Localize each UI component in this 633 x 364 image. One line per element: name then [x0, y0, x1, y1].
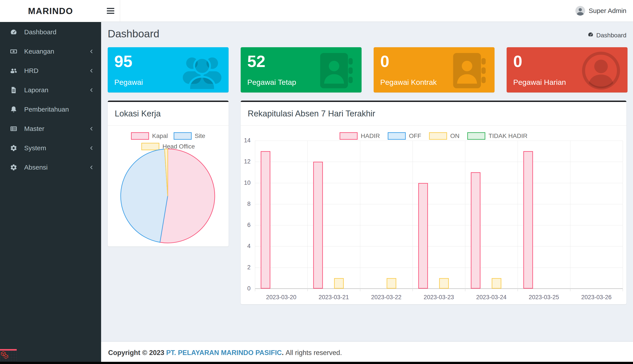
pie-chart [117, 146, 218, 246]
rekapitulasi-absen-card: Rekapitulasi Absen 7 Hari Terakhir HADIR… [241, 100, 626, 304]
hamburger-icon[interactable] [107, 8, 115, 14]
legend-label: TIDAK HADIR [488, 132, 527, 140]
card-title: Lokasi Kerja [108, 102, 229, 126]
svg-text:1: 1 [13, 50, 14, 52]
y-axis-tick-label: 14 [238, 137, 251, 144]
sidebar-item-pemberitahuan[interactable]: Pemberitahuan [0, 100, 101, 119]
bar-on-2023-03-22 [387, 278, 396, 289]
gauge-icon [9, 28, 18, 36]
laravel-debugbar-toggle[interactable] [0, 349, 17, 362]
legend-swatch [388, 132, 406, 140]
stat-card-pegawai: 95Pegawai [108, 47, 229, 92]
chevron-left-icon [88, 145, 95, 151]
sidebar-item-label: Laporan [24, 86, 88, 94]
sidebar-item-absensi[interactable]: Absensi [0, 158, 101, 177]
x-axis-tick [255, 289, 255, 291]
x-axis-category-label: 2023-03-23 [413, 294, 465, 301]
legend-item-off[interactable]: OFF [388, 132, 421, 140]
bar-hadir-2023-03-23 [418, 183, 428, 289]
bar-chart-plot: 024681012142023-03-202023-03-212023-03-2… [255, 140, 623, 289]
stat-value: 0 [380, 52, 389, 71]
gridline-horizontal [255, 204, 623, 204]
money-bill-icon: 1 [9, 48, 18, 55]
stat-label: Pegawai Harian [513, 78, 566, 86]
sidebar-item-dashboard[interactable]: Dashboard [0, 22, 101, 42]
sidebar: MARINDO Dashboard1KeuanganHRDLaporanPemb… [0, 0, 101, 364]
gridline-vertical [255, 140, 255, 289]
bar-hadir-2023-03-24 [471, 172, 480, 289]
y-axis-tick-label: 4 [238, 243, 251, 250]
pie-slice-site [121, 149, 168, 242]
legend-label: Site [195, 132, 205, 140]
stat-card-pegawai-tetap: 52Pegawai Tetap [241, 47, 362, 92]
y-axis-tick-label: 8 [238, 200, 251, 207]
bar-legend: HADIROFFONTIDAK HADIR [241, 132, 626, 140]
y-axis-tick-label: 12 [238, 158, 251, 165]
users-group-icon [182, 50, 222, 92]
chevron-left-icon [88, 68, 95, 74]
gridline-vertical [570, 140, 570, 289]
sidebar-item-system[interactable]: System [0, 138, 101, 158]
user-avatar [575, 6, 585, 16]
user-name: Super Admin [588, 7, 626, 14]
file-icon [9, 86, 18, 94]
gridline-horizontal [255, 183, 623, 183]
footer-dot: . [282, 349, 284, 357]
sidebar-item-label: Dashboard [24, 28, 95, 36]
table-list-icon [9, 125, 18, 132]
pie-slice-kapal [160, 149, 215, 243]
legend-swatch [174, 132, 192, 140]
legend-item-kapal[interactable]: Kapal [131, 132, 168, 140]
sidebar-item-keuangan[interactable]: 1Keuangan [0, 42, 101, 61]
x-axis-category-label: 2023-03-22 [360, 294, 413, 301]
brand-logo[interactable]: MARINDO [0, 0, 101, 22]
legend-swatch [467, 132, 485, 140]
legend-item-tidak-hadir[interactable]: TIDAK HADIR [467, 132, 527, 140]
sidebar-nav: Dashboard1KeuanganHRDLaporanPemberitahua… [0, 22, 101, 177]
sidebar-item-laporan[interactable]: Laporan [0, 80, 101, 100]
gridline-horizontal [255, 246, 623, 246]
chevron-left-icon [88, 48, 95, 54]
gauge-icon [587, 32, 594, 39]
app-root: MARINDO Dashboard1KeuanganHRDLaporanPemb… [0, 0, 633, 364]
rights-text: All rights reserved. [286, 349, 342, 357]
stat-label: Pegawai Kontrak [380, 78, 437, 86]
gear-icon [9, 164, 18, 171]
breadcrumb[interactable]: Dashboard [587, 32, 626, 39]
bar-on-2023-03-24 [492, 278, 501, 289]
y-axis-tick-label: 0 [238, 285, 251, 292]
sidebar-item-hrd[interactable]: HRD [0, 61, 101, 80]
legend-item-hadir[interactable]: HADIR [340, 132, 380, 140]
sidebar-item-master[interactable]: Master [0, 119, 101, 138]
bar-hadir-2023-03-25 [523, 151, 533, 289]
sidebar-item-label: HRD [24, 67, 88, 74]
gear-icon [9, 144, 18, 152]
gridline-horizontal [255, 268, 623, 268]
legend-swatch [429, 132, 447, 140]
gridline-horizontal [255, 162, 623, 162]
stat-label: Pegawai [114, 78, 143, 86]
gridline-horizontal [255, 225, 623, 226]
bell-icon [9, 106, 18, 113]
legend-label: Kapal [152, 132, 168, 140]
legend-label: ON [450, 132, 459, 140]
y-axis-tick-label: 10 [238, 180, 251, 186]
bar-on-2023-03-23 [439, 278, 449, 289]
gridline-vertical [623, 140, 623, 289]
legend-item-on[interactable]: ON [429, 132, 459, 140]
debugbar-collapsed-strip [0, 362, 633, 364]
company-link[interactable]: PT. PELAYARAN MARINDO PASIFIC [166, 349, 282, 357]
x-axis-category-label: 2023-03-20 [255, 294, 307, 301]
sidebar-item-label: Keuangan [24, 48, 88, 55]
page-title: Dashboard [108, 28, 159, 40]
x-axis-line [255, 288, 623, 289]
user-menu[interactable]: Super Admin [575, 0, 626, 22]
sidebar-item-label: Master [24, 125, 88, 132]
sidebar-item-label: System [24, 144, 88, 152]
stat-label: Pegawai Tetap [247, 78, 296, 86]
legend-item-site[interactable]: Site [174, 132, 205, 140]
sidebar-item-label: Absensi [24, 164, 88, 171]
chevron-left-icon [88, 87, 95, 93]
bar-hadir-2023-03-20 [261, 151, 270, 289]
address-book-icon [448, 50, 488, 92]
